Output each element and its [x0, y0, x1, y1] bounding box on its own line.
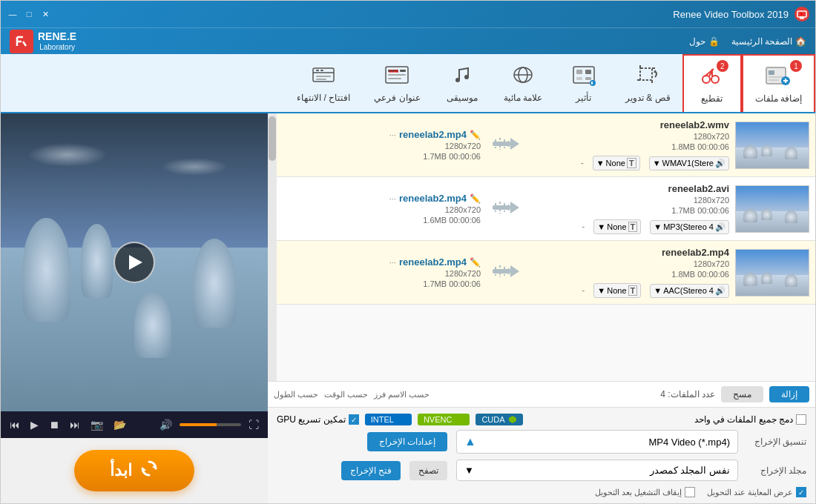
merge-checkbox-area: دمج جميع الملفات في واحد	[694, 414, 806, 425]
close-button[interactable]: ✕	[39, 8, 51, 20]
player-volume-button[interactable]: 🔊	[157, 417, 175, 432]
tool-cut[interactable]: 2 تقطيع	[682, 54, 742, 112]
clear-button[interactable]: مسح	[721, 386, 763, 402]
player-folder-button[interactable]: 📂	[111, 417, 129, 432]
file-duration-2: 00:00:06 1.7MB	[531, 206, 729, 215]
output-duration-2: 00:00:06 1.6MB	[283, 216, 481, 225]
tool-watermark[interactable]: علامة مائية	[492, 54, 554, 112]
output-res-3: 1280x720	[283, 269, 481, 278]
gpu-checkmark: ✓	[351, 416, 357, 424]
volume-icon-1: 🔊	[715, 159, 725, 168]
nav-item-home[interactable]: 🏠 الصفحة الرئيسية	[731, 36, 806, 47]
merge-checkbox[interactable]	[796, 414, 806, 425]
tool-add-files[interactable]: 1 إضافة ملفات	[742, 54, 815, 112]
tool-subtitle[interactable]: SUB عنوان فرعي	[362, 54, 432, 112]
output-info-1: ✏️ reneelab2.mp4 ··· 1280x720 00:00:06 1…	[283, 129, 481, 161]
svg-marker-58	[510, 202, 519, 213]
player-skip-forward-button[interactable]: ⏭	[67, 417, 83, 432]
file-thumb-2	[735, 185, 809, 233]
player-skip-back-button[interactable]: ⏮	[7, 417, 23, 432]
file-item: reneelab2.avi 1280x720 00:00:06 1.7MB 🔊 …	[277, 177, 815, 241]
show-preview-checkbox[interactable]: ✓	[796, 487, 806, 497]
browse-button[interactable]: تصفح	[409, 461, 447, 480]
svg-rect-11	[769, 76, 783, 78]
subtitle-select-3[interactable]: T None ▼	[593, 283, 641, 298]
start-convert-button[interactable]: ابدأ	[74, 450, 194, 491]
folder-label: مجلد الإخراج	[747, 465, 806, 476]
lock-icon: 🔒	[708, 36, 720, 47]
maximize-button[interactable]: □	[23, 8, 35, 20]
output-more-2[interactable]: ···	[389, 194, 396, 203]
cut-badge: 2	[717, 60, 728, 72]
open-folder-button[interactable]: فتح الإخراج	[341, 461, 401, 480]
title-bar: Renee Video Toolbox 2019 — □ ✕	[1, 1, 815, 27]
file-info-2: reneelab2.avi 1280x720 00:00:06 1.7MB 🔊 …	[531, 183, 729, 234]
tool-crop-label: قص & تدوير	[625, 93, 671, 103]
player-stop-button[interactable]: ⏹	[46, 417, 62, 432]
scrollbar-thumb[interactable]	[269, 116, 276, 161]
svg-rect-42	[388, 74, 406, 76]
scrollbar-track[interactable]	[268, 113, 277, 381]
file-duration-1: 00:00:06 1.8MB	[531, 142, 729, 151]
format-select[interactable]: MP4 Video (*.mp4) ▲	[456, 430, 738, 454]
audio-select-2[interactable]: 🔊 MP3(Stereo 4 ▼	[650, 220, 729, 234]
output-settings-button[interactable]: إعدادات الإخراج	[367, 432, 447, 451]
minimize-button[interactable]: —	[7, 8, 19, 20]
output-name-row-3: ✏️ reneelab2.mp4 ···	[283, 256, 481, 268]
sort-by-time[interactable]: حسب الوقت	[324, 390, 368, 399]
output-more-3[interactable]: ···	[389, 258, 396, 267]
svg-rect-43	[388, 78, 401, 79]
tool-open-close-label: افتتاح / الانتهاء	[297, 93, 350, 103]
tool-open-close[interactable]: افتتاح / الانتهاء	[285, 54, 362, 112]
subtitle-select-1[interactable]: T None ▼	[593, 156, 640, 170]
brand-logo-icon	[10, 30, 33, 53]
volume-slider[interactable]	[180, 423, 241, 426]
convert-arrow-icon-1	[493, 135, 519, 156]
remove-button[interactable]: إزالة	[769, 386, 809, 402]
sort-by-name[interactable]: حسب الاسم فرز	[374, 390, 430, 399]
output-name-row-2: ✏️ reneelab2.mp4 ···	[283, 193, 481, 204]
file-list-panel: reneelab2.wmv 1280x720 00:00:06 1.8MB 🔊 …	[268, 113, 815, 381]
edit-icon-3: ✏️	[470, 257, 481, 268]
cuda-badge: CUDA	[476, 414, 522, 425]
file-list-scroll[interactable]: reneelab2.wmv 1280x720 00:00:06 1.8MB 🔊 …	[277, 113, 815, 381]
tool-crop-rotate[interactable]: قص & تدوير	[613, 54, 682, 112]
gpu-checkbox-area: ✓ تمكين تسريع GPU	[277, 414, 359, 425]
file-count-label: عدد الملفات: 4	[660, 389, 715, 399]
tool-watermark-label: علامة مائية	[504, 93, 542, 103]
audio-select-1[interactable]: 🔊 WMAV1(Stere ▼	[649, 156, 729, 170]
folder-value: نفس المجلد كمصدر	[650, 465, 730, 476]
file-thumb-1	[735, 122, 809, 169]
convert-arrow-icon-2	[493, 199, 519, 219]
bottom-panel: دمج جميع الملفات في واحد CUDA NVENC	[268, 407, 815, 503]
player-fullscreen-button[interactable]: ⛶	[246, 417, 262, 432]
convert-arrow-icon-3	[493, 262, 519, 283]
subtitle-dropdown-arrow-2: ▼	[597, 222, 605, 231]
folder-select[interactable]: نفس المجلد كمصدر ▼	[456, 460, 738, 481]
tool-effect[interactable]: تأثير	[554, 54, 613, 112]
play-button[interactable]	[113, 242, 155, 283]
subtitle-select-2[interactable]: T None ▼	[593, 219, 641, 234]
output-info-3: ✏️ reneelab2.mp4 ··· 1280x720 00:00:06 1…	[283, 256, 481, 288]
tool-music[interactable]: موسيقى	[432, 54, 492, 112]
svg-marker-4	[800, 13, 803, 16]
add-files-icon	[765, 64, 792, 90]
gpu-row: دمج جميع الملفات في واحد CUDA NVENC	[277, 414, 806, 425]
svg-rect-41	[400, 70, 406, 72]
file-thumb-3	[735, 249, 809, 296]
stop-after-label: إيقاف التشغيل بعد التحويل	[595, 488, 682, 497]
crop-icon	[634, 64, 661, 90]
gpu-checkbox[interactable]: ✓	[349, 414, 359, 425]
output-more-1[interactable]: ···	[389, 130, 396, 139]
subtitle-label-3: None	[607, 286, 626, 295]
svg-rect-48	[320, 70, 323, 71]
format-value: MP4 Video (*.mp4)	[648, 437, 730, 448]
player-play-button[interactable]: ▶	[27, 417, 42, 432]
sort-by-length[interactable]: حسب الطول	[274, 390, 318, 399]
audio-select-3[interactable]: 🔊 AAC(Stereo 4 ▼	[650, 284, 729, 298]
stop-after-checkbox[interactable]	[685, 487, 695, 497]
svg-rect-12	[769, 79, 779, 81]
nav-item-about[interactable]: 🔒 حول	[689, 36, 720, 47]
svg-rect-49	[316, 76, 331, 77]
player-camera-button[interactable]: 📷	[88, 417, 106, 432]
